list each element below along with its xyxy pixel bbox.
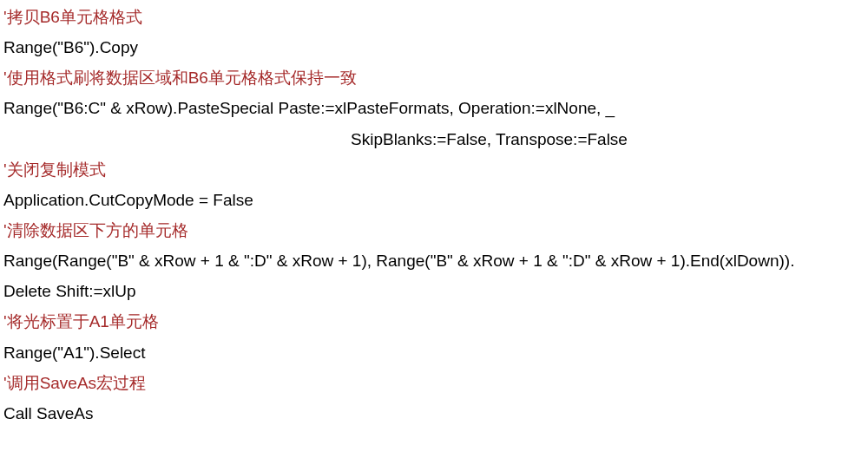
code-block: '拷贝B6单元格格式 Range("B6").Copy '使用格式刷将数据区域和… [3,2,865,429]
code-line: Range("A1").Select [3,337,865,368]
comment-line: '调用SaveAs宏过程 [3,368,865,398]
code-line: Application.CutCopyMode = False [3,185,865,215]
code-line: Delete Shift:=xlUp [3,276,865,306]
code-line: Range("B6").Copy [3,32,865,62]
code-line: Range(Range("B" & xRow + 1 & ":D" & xRow… [3,245,865,276]
comment-line: '拷贝B6单元格格式 [3,2,865,32]
code-line: Call SaveAs [3,398,865,429]
comment-line: '将光标置于A1单元格 [3,306,865,337]
comment-line: '使用格式刷将数据区域和B6单元格格式保持一致 [3,62,865,93]
comment-line: '清除数据区下方的单元格 [3,215,865,245]
code-line-continuation: SkipBlanks:=False, Transpose:=False [3,124,865,154]
comment-line: '关闭复制模式 [3,154,865,185]
code-line: Range("B6:C" & xRow).PasteSpecial Paste:… [3,93,865,123]
